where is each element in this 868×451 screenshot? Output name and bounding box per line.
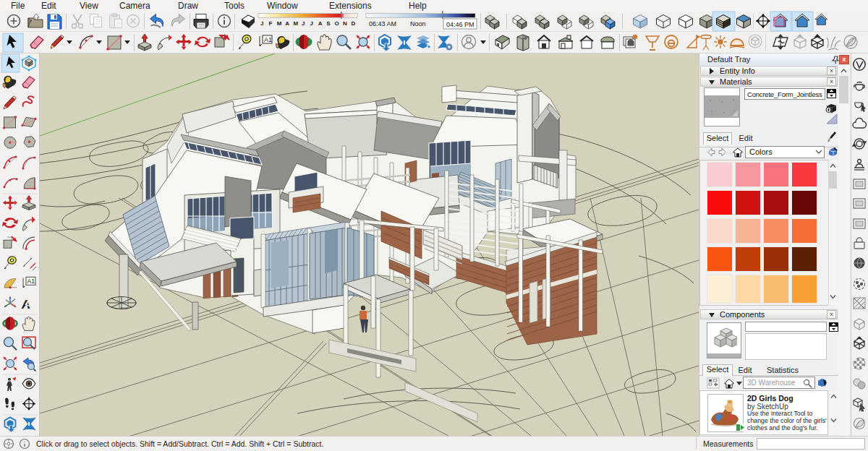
svg-text:J: J: [310, 20, 312, 27]
svg-text:N: N: [343, 20, 347, 27]
svg-text:J: J: [302, 20, 305, 27]
svg-text:04:46 PM: 04:46 PM: [446, 21, 475, 28]
svg-text:M: M: [277, 20, 282, 27]
svg-text:Noon: Noon: [410, 20, 426, 27]
svg-text:S: S: [326, 20, 331, 27]
svg-text:F: F: [268, 20, 272, 27]
svg-text:A: A: [285, 20, 289, 27]
svg-text:M: M: [294, 20, 299, 27]
svg-text:A: A: [318, 20, 323, 27]
svg-text:D: D: [351, 20, 355, 27]
svg-text:A1: A1: [264, 36, 272, 43]
svg-text:O: O: [335, 20, 339, 27]
svg-text:J: J: [260, 20, 263, 27]
svg-text:A: A: [24, 298, 32, 310]
svg-text:A1: A1: [27, 278, 35, 285]
svg-text:06:43 AM: 06:43 AM: [369, 20, 396, 27]
